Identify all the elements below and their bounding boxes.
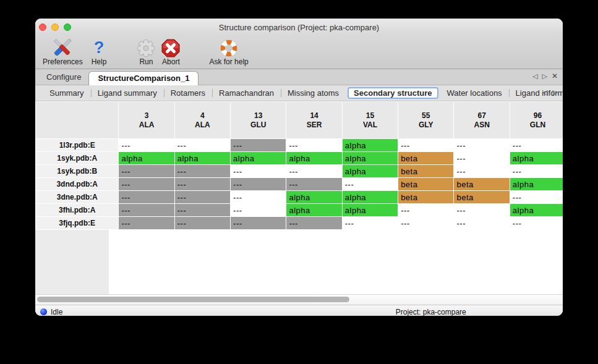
subtab-water-locations[interactable]: Water locations (440, 87, 509, 99)
ask-for-help-button[interactable]: Ask for help (209, 38, 248, 66)
structure-cell[interactable]: --- (510, 217, 563, 230)
tab-configure[interactable]: Configure (46, 70, 88, 85)
structure-cell[interactable]: --- (454, 204, 510, 217)
structure-cell[interactable]: --- (119, 217, 174, 230)
structure-cell[interactable]: --- (510, 165, 563, 178)
run-button[interactable]: Run (136, 38, 156, 66)
structure-cell[interactable]: --- (342, 217, 398, 230)
app-window: Structure comparison (Project: pka-compa… (35, 19, 563, 316)
structure-cell[interactable]: --- (174, 217, 230, 230)
structure-cell[interactable]: beta (398, 191, 454, 204)
column-header-cell: 13GLU (231, 102, 286, 139)
structure-cell[interactable]: alpha (231, 152, 286, 165)
structure-cell[interactable]: beta (454, 191, 510, 204)
structure-cell[interactable]: alpha (119, 152, 174, 165)
horizontal-scrollbar[interactable] (35, 294, 563, 305)
structure-cell[interactable]: alpha (342, 191, 398, 204)
structure-cell[interactable]: alpha (510, 204, 563, 217)
minimize-window-button[interactable] (51, 23, 59, 31)
structure-cell[interactable]: --- (286, 165, 342, 178)
structure-cell[interactable]: --- (119, 139, 174, 152)
structure-cell[interactable]: alpha (510, 152, 563, 165)
structure-cell[interactable]: --- (398, 217, 454, 230)
tab-structure-comparison-1[interactable]: StructureComparison_1 (88, 71, 199, 85)
structure-cell[interactable]: --- (231, 165, 286, 178)
row-label-cell[interactable]: 1syk.pdb:A (36, 152, 119, 165)
table-row: 3fhi.pdb:A---------alphaalpha------alpha… (36, 204, 563, 217)
structure-cell[interactable]: --- (231, 191, 286, 204)
lifebuoy-icon (220, 38, 238, 58)
structure-cell[interactable]: --- (510, 139, 563, 152)
structure-cell[interactable]: --- (174, 178, 230, 191)
subtab-rotamers[interactable]: Rotamers (164, 87, 212, 99)
subtab-ligand-summary[interactable]: Ligand summary (91, 87, 164, 99)
status-text: Idle (51, 308, 62, 316)
table-row: 3fjq.pdb:E---------------------------alp… (36, 217, 563, 230)
structure-cell[interactable]: --- (510, 191, 563, 204)
structure-cell[interactable]: --- (286, 217, 342, 230)
structure-cell[interactable]: --- (174, 165, 230, 178)
structure-cell[interactable]: beta (454, 178, 510, 191)
structure-cell[interactable]: --- (119, 165, 174, 178)
subtab-scroll-right-icon[interactable]: ▷ (553, 88, 558, 96)
tab-scroll-right-icon[interactable]: ▷ (542, 72, 547, 80)
tab-scroll-left-icon[interactable]: ◁ (532, 72, 537, 80)
structure-cell[interactable]: --- (119, 204, 174, 217)
project-label: Project: pka-compare (299, 308, 563, 316)
tab-close-icon[interactable]: ✕ (552, 72, 558, 80)
structure-cell[interactable]: alpha (286, 204, 342, 217)
structure-cell[interactable]: --- (454, 139, 510, 152)
structure-cell[interactable]: --- (119, 191, 174, 204)
structure-cell[interactable]: alpha (286, 152, 342, 165)
structure-cell[interactable]: --- (454, 165, 510, 178)
structure-cell[interactable]: --- (342, 178, 398, 191)
row-label-cell[interactable]: 3fjq.pdb:E (36, 217, 119, 230)
subtab-missing-atoms[interactable]: Missing atoms (281, 87, 346, 99)
zoom-window-button[interactable] (64, 23, 71, 31)
structure-cell[interactable]: --- (231, 139, 286, 152)
structure-cell[interactable]: alpha (510, 178, 563, 191)
row-label-cell[interactable]: 3fhi.pdb:A (36, 204, 119, 217)
subtab-scroll-left-icon[interactable]: ◁ (542, 88, 547, 96)
structure-cell[interactable]: beta (398, 178, 454, 191)
structure-cell[interactable]: --- (398, 139, 454, 152)
abort-button[interactable]: Abort (161, 38, 181, 66)
structure-cell[interactable]: alpha (174, 152, 230, 165)
row-label-cell[interactable]: 3dne.pdb:A (36, 191, 119, 204)
row-label-cell[interactable]: 1syk.pdb:B (36, 165, 119, 178)
row-label-cell[interactable]: 1l3r.pdb:E (36, 139, 119, 152)
structure-cell[interactable]: beta (398, 152, 454, 165)
structure-cell[interactable]: --- (231, 217, 286, 230)
close-window-button[interactable] (39, 23, 46, 31)
preferences-button[interactable]: Preferences (43, 38, 83, 66)
structure-cell[interactable]: --- (286, 139, 342, 152)
structure-cell[interactable]: --- (174, 191, 230, 204)
abort-stop-icon (161, 38, 181, 58)
structure-cell[interactable]: --- (231, 178, 286, 191)
horizontal-scrollbar-thumb[interactable] (37, 297, 349, 302)
structure-cell[interactable]: --- (286, 178, 342, 191)
structure-cell[interactable]: --- (454, 152, 510, 165)
traffic-lights (39, 23, 71, 31)
ask-for-help-label: Ask for help (209, 58, 248, 66)
subtab-secondary-structure[interactable]: Secondary structure (348, 87, 438, 99)
subtab-ramachandran[interactable]: Ramachandran (212, 87, 281, 99)
structure-cell[interactable]: --- (231, 204, 286, 217)
structure-cell[interactable]: --- (174, 204, 230, 217)
structure-cell[interactable]: --- (398, 204, 454, 217)
structure-cell[interactable]: --- (119, 178, 174, 191)
structure-cell[interactable]: alpha (342, 152, 398, 165)
structure-cell[interactable]: alpha (342, 204, 398, 217)
subtab-summary[interactable]: Summary (43, 87, 91, 99)
table-row: 3dnd.pdb:A---------------betabetaalphaal… (36, 178, 563, 191)
corner-header-cell (36, 102, 119, 139)
structure-cell[interactable]: --- (174, 139, 230, 152)
structure-cell[interactable]: --- (454, 217, 510, 230)
row-label-cell[interactable]: 3dnd.pdb:A (36, 178, 119, 191)
structure-cell[interactable]: alpha (342, 165, 398, 178)
structure-cell[interactable]: alpha (342, 139, 398, 152)
help-button[interactable]: ? Help (92, 38, 107, 66)
structure-cell[interactable]: alpha (286, 191, 342, 204)
abort-label: Abort (162, 58, 180, 66)
structure-cell[interactable]: beta (398, 165, 454, 178)
